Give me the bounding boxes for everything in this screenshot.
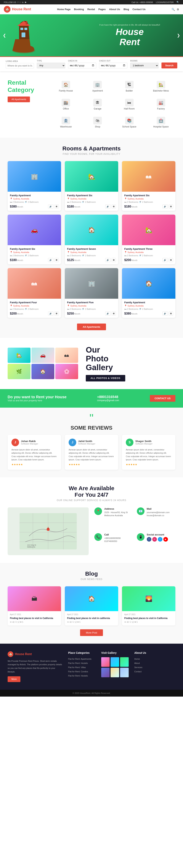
reviewer-meta-1: Johan Rakib Software Manager <box>21 440 38 445</box>
category-office[interactable]: 🏬 Office <box>51 97 80 112</box>
room-price-row-6: $200/Month 🔊 ⊞ <box>124 258 173 262</box>
blog-content-1: April 27 2021 Finding best places to vis… <box>8 611 61 625</box>
category-apartment[interactable]: 🏢 Apartment <box>83 79 112 94</box>
footer-extra-link-3[interactable]: Services <box>135 666 142 669</box>
category-warehouse[interactable]: 🏦 Warehouse <box>51 115 80 130</box>
gallery-all-btn[interactable]: ALL PHOTOS & VIDEOS <box>86 375 125 381</box>
room-compare-btn-1[interactable]: ⊞ <box>54 205 59 209</box>
category-batchelor[interactable]: 🏡 Batchelor Mess <box>147 79 175 94</box>
footer-link-hostels2[interactable]: Flat for Rent: Hostels <box>68 675 88 677</box>
footer-extra-link-2[interactable]: About <box>135 662 140 664</box>
address-icon: 📍 <box>94 507 102 515</box>
room-compare-btn-8[interactable]: ⊞ <box>112 311 116 315</box>
room-price-7: $200/Month <box>10 312 23 315</box>
room-image-9: 🏠 <box>122 268 175 299</box>
twitter-social-icon[interactable]: t <box>158 537 162 541</box>
garage-icon: 🏚 <box>93 99 102 106</box>
rooms-select[interactable]: 1 bedroom <box>130 63 158 68</box>
instagram-icon[interactable]: in <box>22 1 24 3</box>
footer-more-btn[interactable]: More <box>8 676 21 682</box>
footer-extra-link-4[interactable]: Contact <box>135 671 142 673</box>
svg-text:Melbourne: Melbourne <box>27 546 35 548</box>
room-image-4: 🚗 <box>8 215 61 245</box>
footer-link-apartments[interactable]: Flat for Rent: Apartments <box>68 658 91 660</box>
hero-next-btn[interactable]: ❯ <box>177 33 180 38</box>
room-compare-btn-3[interactable]: ⊞ <box>169 205 173 209</box>
all-apartments-bottom-btn[interactable]: All Apartments <box>77 323 106 330</box>
nav-contact[interactable]: Contact Us <box>133 8 146 11</box>
facebook-social-icon[interactable]: f <box>147 537 151 541</box>
room-compare-btn-7[interactable]: ⊞ <box>54 311 59 315</box>
search-icon-top[interactable]: 🔍 <box>177 1 179 3</box>
hero-prev-btn[interactable]: ❮ <box>3 33 6 38</box>
header-settings-icon[interactable]: ⚙ <box>177 8 179 11</box>
available-heading: We Are AvailableFor You 24/7 <box>8 485 175 498</box>
room-fav-btn-4[interactable]: 🔊 <box>48 258 53 262</box>
gallery-img-ph-4: 🌿 <box>8 364 31 379</box>
room-fav-btn-8[interactable]: 🔊 <box>105 311 111 315</box>
room-fav-btn-3[interactable]: 🔊 <box>162 205 168 209</box>
more-posts-btn[interactable]: More Post <box>80 629 103 636</box>
type-select[interactable]: Any <box>37 63 65 68</box>
instagram-social-icon[interactable]: in <box>152 537 157 541</box>
room-details-5: 🛏 2 Bedrooms 🚿 2 Bathroom <box>67 254 116 257</box>
checkin-input[interactable] <box>68 63 96 68</box>
footer-link-condos[interactable]: Flat for Rent: Condos <box>68 671 88 673</box>
footer-extra-link-1[interactable]: Home <box>135 658 140 660</box>
nav-about[interactable]: About Us <box>109 8 120 11</box>
room-price-row-1: $380/Month 🔊 ⊞ <box>10 205 59 209</box>
room-compare-btn-9[interactable]: ⊞ <box>169 311 173 315</box>
rooms-label: ROOMS <box>130 60 158 62</box>
header-search-icon[interactable]: 🔍 <box>172 8 175 11</box>
svg-text:121 King St: 121 King St <box>27 544 36 546</box>
facebook-icon[interactable]: f <box>18 1 18 3</box>
nav-rental[interactable]: Rental <box>87 8 95 11</box>
nav-home[interactable]: Home Page <box>57 8 71 11</box>
nav-pages[interactable]: Pages <box>98 8 106 11</box>
contact-address: 📍 Address 1529 - House/93, King St Melbo… <box>94 507 133 529</box>
room-fav-btn-6[interactable]: 🔊 <box>162 258 168 262</box>
all-apartments-btn[interactable]: All Apartments <box>8 96 30 102</box>
reviewer-avatar-1: J <box>11 439 19 446</box>
room-compare-btn-2[interactable]: ⊞ <box>112 205 116 209</box>
youtube-social-icon[interactable]: ▶ <box>163 537 168 541</box>
room-compare-btn-5[interactable]: ⊞ <box>112 258 116 262</box>
room-details-4: 🛏 2 Bedrooms 🚿 2 Bathroom <box>10 254 59 257</box>
footer-gallery-grid <box>101 657 129 677</box>
login-register[interactable]: LOGIN/REGISTER <box>156 1 174 3</box>
category-factory[interactable]: 🏭 Factory <box>147 97 175 112</box>
category-shop[interactable]: 🛍 Shop <box>83 115 112 130</box>
category-hospital[interactable]: 🏥 Hospital Space <box>147 115 175 130</box>
living-area-input[interactable] <box>6 63 34 68</box>
room-fav-btn-5[interactable]: 🔊 <box>105 258 111 262</box>
room-compare-btn-6[interactable]: ⊞ <box>169 258 173 262</box>
nav-booking[interactable]: Booking <box>74 8 84 11</box>
category-school[interactable]: 📚 School Space <box>115 115 144 130</box>
gallery-img-ph-3: 🏘 <box>55 348 78 363</box>
living-area-label: LIVING AREA <box>6 60 34 62</box>
footer-gallery-heading: Visit Gallery <box>101 651 129 654</box>
room-fav-btn-7[interactable]: 🔊 <box>48 311 53 315</box>
room-fav-btn-9[interactable]: 🔊 <box>162 311 168 315</box>
search-button[interactable]: Search <box>161 62 177 68</box>
category-builder[interactable]: 🏗 Builder <box>115 79 144 94</box>
category-hall-room[interactable]: 🛏 Hall Room <box>115 97 144 112</box>
shop-icon: 🛍 <box>93 117 102 124</box>
blog-subtitle: OUR NEWS FEED <box>8 578 175 581</box>
footer-link-hostels1[interactable]: Flat for Rent: Hostels <box>68 662 88 664</box>
type-label: TYPE <box>37 60 65 62</box>
cta-contact-btn[interactable]: CONTACT US <box>150 395 175 402</box>
category-family-house[interactable]: 🏠 Family House <box>51 79 80 94</box>
category-label-hall-room: Hall Room <box>124 107 135 110</box>
twitter-icon[interactable]: t <box>20 1 21 3</box>
contact-call: 📞 Call +8801680009090 01874600050 <box>94 533 133 555</box>
category-garage[interactable]: 🏚 Garage <box>83 97 112 112</box>
youtube-icon[interactable]: ▶ <box>25 1 27 3</box>
room-fav-btn-2[interactable]: 🔊 <box>105 205 111 209</box>
nav-blog[interactable]: Blog <box>123 8 129 11</box>
footer-link-villas[interactable]: Flat for Rent: Villas <box>68 666 86 669</box>
gallery-content: OurPhotoGallery ALL PHOTOS & VIDEOS <box>86 345 175 381</box>
room-compare-btn-4[interactable]: ⊞ <box>54 258 59 262</box>
room-fav-btn-1[interactable]: 🔊 <box>48 205 53 209</box>
checkout-input[interactable] <box>99 63 127 68</box>
